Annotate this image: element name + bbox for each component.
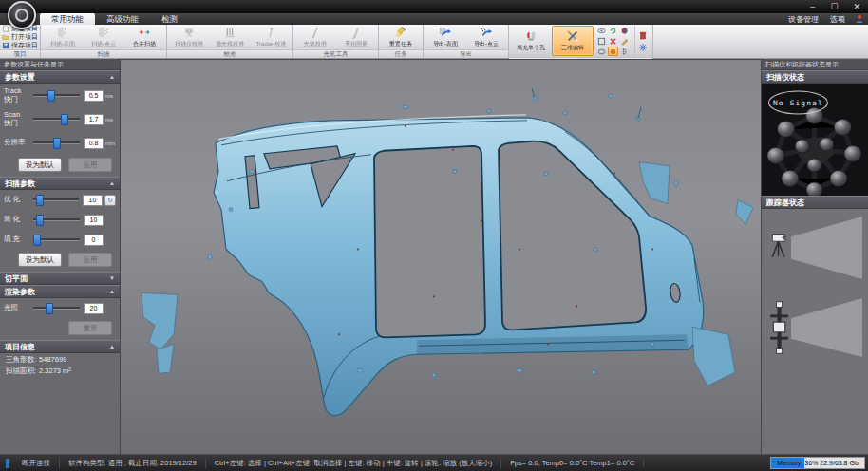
delete-x-icon[interactable] [608, 36, 618, 46]
car-body-scan-model [121, 60, 761, 454]
open-folder-icon [2, 33, 9, 41]
slider-value[interactable]: 10 [84, 215, 104, 226]
set-default-button[interactable]: 设为默认 [18, 158, 62, 172]
triangle-count-row: 三角形数: 5487699 [0, 353, 120, 365]
lasso-select-icon[interactable] [596, 47, 607, 56]
tab-common-functions[interactable]: 常用功能 [40, 13, 95, 25]
section-header-clip-plane[interactable]: 切平面 ▼ [0, 272, 120, 285]
laser-calibration-button[interactable]: 激光线校准 [210, 26, 250, 48]
merge-scan-icon [138, 26, 151, 39]
param-buttons: 设为默认 应用 [0, 155, 120, 177]
3d-edit-button[interactable]: 三维编辑 [552, 26, 594, 56]
slider-thumb[interactable] [33, 235, 41, 246]
optimize-refresh-icon[interactable]: ↻ [104, 195, 116, 206]
3d-viewport[interactable] [121, 59, 761, 454]
slider-row-optimize: 优 化 10 ↻ [0, 190, 120, 210]
slider-value[interactable]: 0.8 [84, 138, 104, 149]
apply-button[interactable]: 应用 [68, 253, 112, 267]
collapse-arrow-icon[interactable]: ▼ [109, 275, 115, 281]
mouse-hints: Ctrl+左键: 选择 | Ctrl+Alt+左键: 取消选择 | 左键: 移动… [206, 459, 502, 468]
slider-row-track-shutter: Track 快门 0.5 ms [0, 84, 120, 107]
slider-thumb[interactable] [61, 114, 68, 125]
collapse-arrow-icon[interactable]: ▲ [109, 180, 115, 186]
scan-surface-button[interactable]: 扫描-表面 [43, 26, 83, 48]
scan-area-value: 2.3273 m² [39, 367, 71, 376]
connection-indicator [6, 459, 9, 468]
scanner-calibration-button[interactable]: 扫描仪校准 [169, 26, 209, 48]
scan-pointcloud-button[interactable]: 扫描-点云 [84, 26, 123, 48]
slider-label: 简 化 [4, 216, 29, 224]
fill-single-hole-button[interactable]: 填充单个孔 [511, 26, 551, 56]
save-disk-icon [2, 42, 9, 49]
slider-thumb[interactable] [36, 215, 44, 226]
pen-calibration-button[interactable]: 光笔校准 [295, 26, 335, 48]
render-buttons: 重置 [0, 318, 120, 340]
slider-thumb[interactable] [36, 195, 44, 206]
slider-thumb[interactable] [46, 303, 53, 314]
trash-icon[interactable] [638, 30, 648, 40]
export-pointcloud-button[interactable]: 导出-点云 [466, 26, 506, 48]
collapse-arrow-icon[interactable]: ▲ [109, 74, 115, 80]
slider-label: 填 充 [4, 236, 29, 244]
tab-advanced-functions[interactable]: 高级功能 [95, 13, 150, 25]
paint-select-icon[interactable] [608, 47, 618, 56]
edit-pen-icon[interactable] [619, 36, 630, 46]
app-logo-icon[interactable] [8, 1, 36, 29]
section-header-scanner-status[interactable]: 扫描仪状态 [762, 70, 868, 84]
slider-row-scan-shutter: Scan 快门 1.7 ms [0, 107, 120, 131]
device-management-menu[interactable]: 设备管理 [786, 14, 821, 25]
section-header-project-info[interactable]: 项目信息 ▲ [0, 340, 120, 353]
set-default-button[interactable]: 设为默认 [18, 253, 62, 267]
slider-value[interactable]: 20 [84, 303, 104, 314]
save-project-button[interactable]: 保存项目 [2, 42, 38, 49]
slider-thumb[interactable] [47, 90, 55, 102]
close-button[interactable]: ✕ [853, 0, 860, 13]
button-label: 扫描-点云 [91, 40, 116, 47]
options-menu[interactable]: 选项 [828, 14, 847, 25]
simplify-slider[interactable] [33, 218, 80, 221]
slider-value[interactable]: 10 [83, 195, 103, 206]
view-tool-icon[interactable] [638, 43, 648, 52]
slider-value[interactable]: 0 [84, 235, 104, 246]
tracker-calibration-button[interactable]: Tracker校准 [251, 26, 291, 48]
section-header-parameters[interactable]: 参数设置 ▲ [0, 70, 120, 84]
export-surface-icon [439, 26, 452, 39]
button-label: 打开项目 [11, 33, 38, 41]
options-dots-icon[interactable] [619, 47, 630, 56]
apply-button[interactable]: 应用 [68, 158, 112, 172]
collapse-arrow-icon[interactable]: ▲ [109, 289, 115, 294]
slider-value[interactable]: 1.7 [84, 114, 104, 125]
rect-select-icon[interactable] [596, 36, 607, 46]
reset-button[interactable]: 重置 [68, 321, 112, 335]
light-slider[interactable] [33, 307, 80, 310]
scan-shutter-slider[interactable] [33, 118, 80, 121]
optimize-slider[interactable] [33, 198, 79, 201]
visibility-icon[interactable] [596, 26, 607, 35]
track-shutter-slider[interactable] [33, 94, 80, 97]
resolution-slider[interactable] [33, 141, 80, 144]
scan-pointcloud-icon [97, 26, 110, 39]
slider-row-light: 光照 20 [0, 298, 120, 318]
user-help-icon[interactable] [855, 14, 864, 24]
refresh-icon[interactable] [608, 26, 618, 35]
tab-inspection[interactable]: 检测 [150, 13, 189, 25]
reset-task-button[interactable]: 重置任务 [381, 26, 421, 48]
section-header-tracker-status[interactable]: 跟踪器状态 [762, 196, 868, 209]
minimize-button[interactable]: – [810, 0, 815, 13]
fill-slider[interactable] [33, 238, 80, 241]
status-bar: 断开连接 软件狗类型: 通用 ; 截止日期: 2019/12/29 Ctrl+左… [0, 454, 868, 471]
export-surface-button[interactable]: 导出-表面 [425, 26, 465, 48]
slider-value[interactable]: 0.5 [84, 90, 104, 102]
open-project-button[interactable]: 打开项目 [2, 33, 38, 41]
record-icon[interactable] [619, 26, 630, 35]
edit-tool-grid [594, 26, 632, 56]
maximize-button[interactable]: ☐ [830, 0, 838, 13]
slider-thumb[interactable] [53, 138, 61, 149]
start-measure-button[interactable]: 开始测量 [336, 26, 376, 48]
section-header-render[interactable]: 渲染参数 ▲ [0, 285, 120, 298]
merge-scan-button[interactable]: 合并扫描 [124, 26, 164, 48]
slider-label: Track 快门 [4, 87, 29, 104]
ribbon-group-edit: 填充单个孔 三维编辑 [509, 25, 653, 58]
section-header-scan-params[interactable]: 扫描参数 ▲ [0, 177, 120, 190]
collapse-arrow-icon[interactable]: ▲ [109, 344, 115, 349]
